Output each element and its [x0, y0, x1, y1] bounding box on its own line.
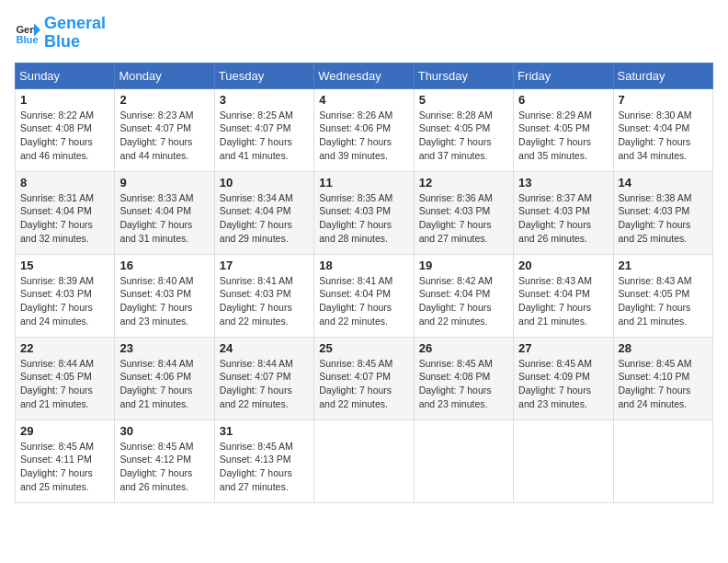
weekday-header-row: SundayMondayTuesdayWednesdayThursdayFrid…	[16, 63, 713, 88]
day-info: Sunrise: 8:22 AMSunset: 4:08 PMDaylight:…	[20, 109, 109, 163]
calendar-week-1: 1 Sunrise: 8:22 AMSunset: 4:08 PMDayligh…	[16, 88, 713, 171]
day-info: Sunrise: 8:39 AMSunset: 4:03 PMDaylight:…	[20, 274, 109, 328]
day-number: 18	[319, 259, 408, 272]
calendar-cell: 10 Sunrise: 8:34 AMSunset: 4:04 PMDaylig…	[214, 171, 313, 254]
calendar-cell: 3 Sunrise: 8:25 AMSunset: 4:07 PMDayligh…	[214, 88, 313, 171]
day-number: 4	[319, 93, 408, 107]
calendar-cell: 20 Sunrise: 8:43 AMSunset: 4:04 PMDaylig…	[514, 254, 613, 337]
day-info: Sunrise: 8:25 AMSunset: 4:07 PMDaylight:…	[220, 109, 309, 163]
day-number: 6	[518, 93, 608, 107]
day-number: 14	[619, 176, 708, 190]
day-info: Sunrise: 8:45 AMSunset: 4:07 PMDaylight:…	[319, 357, 408, 411]
day-number: 17	[220, 259, 309, 272]
day-number: 16	[119, 259, 209, 272]
calendar-cell: 7 Sunrise: 8:30 AMSunset: 4:04 PMDayligh…	[613, 88, 712, 171]
day-info: Sunrise: 8:33 AMSunset: 4:04 PMDaylight:…	[119, 191, 209, 246]
day-number: 24	[220, 341, 309, 355]
day-number: 31	[220, 424, 309, 438]
calendar-cell: 26 Sunrise: 8:45 AMSunset: 4:08 PMDaylig…	[414, 337, 513, 419]
day-info: Sunrise: 8:42 AMSunset: 4:04 PMDaylight:…	[419, 274, 508, 328]
day-info: Sunrise: 8:34 AMSunset: 4:04 PMDaylight:…	[220, 191, 309, 246]
day-number: 11	[319, 176, 408, 190]
day-info: Sunrise: 8:45 AMSunset: 4:13 PMDaylight:…	[220, 440, 309, 494]
logo-icon: Gen Blue	[15, 20, 40, 46]
day-info: Sunrise: 8:45 AMSunset: 4:08 PMDaylight:…	[419, 357, 508, 411]
day-number: 29	[20, 424, 109, 438]
calendar-week-2: 8 Sunrise: 8:31 AMSunset: 4:04 PMDayligh…	[16, 171, 713, 254]
weekday-header-sunday: Sunday	[16, 63, 115, 88]
calendar-week-4: 22 Sunrise: 8:44 AMSunset: 4:05 PMDaylig…	[16, 337, 713, 419]
calendar-cell: 24 Sunrise: 8:44 AMSunset: 4:07 PMDaylig…	[214, 337, 313, 419]
calendar-cell: 30 Sunrise: 8:45 AMSunset: 4:12 PMDaylig…	[115, 419, 214, 502]
day-info: Sunrise: 8:29 AMSunset: 4:05 PMDaylight:…	[518, 109, 608, 163]
day-info: Sunrise: 8:30 AMSunset: 4:04 PMDaylight:…	[619, 109, 708, 163]
calendar-cell: 23 Sunrise: 8:44 AMSunset: 4:06 PMDaylig…	[115, 337, 214, 419]
calendar-cell: 21 Sunrise: 8:43 AMSunset: 4:05 PMDaylig…	[613, 254, 712, 337]
day-number: 28	[619, 341, 708, 355]
day-number: 8	[20, 176, 109, 190]
calendar-week-5: 29 Sunrise: 8:45 AMSunset: 4:11 PMDaylig…	[16, 419, 713, 502]
calendar-cell	[514, 419, 613, 502]
day-number: 15	[20, 259, 109, 272]
day-info: Sunrise: 8:31 AMSunset: 4:04 PMDaylight:…	[20, 191, 109, 246]
calendar-cell: 19 Sunrise: 8:42 AMSunset: 4:04 PMDaylig…	[414, 254, 513, 337]
day-number: 23	[119, 341, 209, 355]
calendar-cell: 31 Sunrise: 8:45 AMSunset: 4:13 PMDaylig…	[214, 419, 313, 502]
day-info: Sunrise: 8:40 AMSunset: 4:03 PMDaylight:…	[119, 274, 209, 328]
calendar-cell: 17 Sunrise: 8:41 AMSunset: 4:03 PMDaylig…	[214, 254, 313, 337]
day-number: 10	[220, 176, 309, 190]
day-number: 30	[119, 424, 209, 438]
day-info: Sunrise: 8:23 AMSunset: 4:07 PMDaylight:…	[119, 109, 209, 163]
calendar-cell: 22 Sunrise: 8:44 AMSunset: 4:05 PMDaylig…	[16, 337, 115, 419]
day-info: Sunrise: 8:45 AMSunset: 4:10 PMDaylight:…	[619, 357, 708, 411]
day-number: 1	[20, 93, 109, 107]
calendar-cell: 9 Sunrise: 8:33 AMSunset: 4:04 PMDayligh…	[115, 171, 214, 254]
day-info: Sunrise: 8:44 AMSunset: 4:05 PMDaylight:…	[20, 357, 109, 411]
day-number: 7	[619, 93, 708, 107]
day-number: 3	[220, 93, 309, 107]
day-number: 12	[419, 176, 508, 190]
logo: Gen Blue General Blue	[15, 15, 106, 52]
day-number: 22	[20, 341, 109, 355]
calendar-cell: 5 Sunrise: 8:28 AMSunset: 4:05 PMDayligh…	[414, 88, 513, 171]
day-info: Sunrise: 8:44 AMSunset: 4:06 PMDaylight:…	[119, 357, 209, 411]
calendar-cell: 16 Sunrise: 8:40 AMSunset: 4:03 PMDaylig…	[115, 254, 214, 337]
day-info: Sunrise: 8:45 AMSunset: 4:09 PMDaylight:…	[518, 357, 608, 411]
calendar-week-3: 15 Sunrise: 8:39 AMSunset: 4:03 PMDaylig…	[16, 254, 713, 337]
day-info: Sunrise: 8:28 AMSunset: 4:05 PMDaylight:…	[419, 109, 508, 163]
calendar-cell: 18 Sunrise: 8:41 AMSunset: 4:04 PMDaylig…	[314, 254, 414, 337]
day-info: Sunrise: 8:43 AMSunset: 4:04 PMDaylight:…	[518, 274, 608, 328]
calendar-cell: 28 Sunrise: 8:45 AMSunset: 4:10 PMDaylig…	[613, 337, 712, 419]
weekday-header-monday: Monday	[115, 63, 214, 88]
day-info: Sunrise: 8:36 AMSunset: 4:03 PMDaylight:…	[419, 191, 508, 246]
weekday-header-saturday: Saturday	[613, 63, 712, 88]
weekday-header-thursday: Thursday	[414, 63, 513, 88]
weekday-header-wednesday: Wednesday	[314, 63, 414, 88]
weekday-header-friday: Friday	[514, 63, 613, 88]
day-number: 20	[518, 259, 608, 272]
calendar-cell: 8 Sunrise: 8:31 AMSunset: 4:04 PMDayligh…	[16, 171, 115, 254]
calendar-cell: 12 Sunrise: 8:36 AMSunset: 4:03 PMDaylig…	[414, 171, 513, 254]
day-number: 25	[319, 341, 408, 355]
day-info: Sunrise: 8:26 AMSunset: 4:06 PMDaylight:…	[319, 109, 408, 163]
day-info: Sunrise: 8:43 AMSunset: 4:05 PMDaylight:…	[619, 274, 708, 328]
calendar-cell: 29 Sunrise: 8:45 AMSunset: 4:11 PMDaylig…	[16, 419, 115, 502]
calendar-cell: 13 Sunrise: 8:37 AMSunset: 4:03 PMDaylig…	[514, 171, 613, 254]
calendar-cell: 14 Sunrise: 8:38 AMSunset: 4:03 PMDaylig…	[613, 171, 712, 254]
page-header: Gen Blue General Blue	[15, 15, 713, 52]
day-number: 5	[419, 93, 508, 107]
day-number: 19	[419, 259, 508, 272]
weekday-header-tuesday: Tuesday	[214, 63, 313, 88]
calendar-cell: 27 Sunrise: 8:45 AMSunset: 4:09 PMDaylig…	[514, 337, 613, 419]
calendar-cell: 15 Sunrise: 8:39 AMSunset: 4:03 PMDaylig…	[16, 254, 115, 337]
calendar-cell: 1 Sunrise: 8:22 AMSunset: 4:08 PMDayligh…	[16, 88, 115, 171]
day-info: Sunrise: 8:37 AMSunset: 4:03 PMDaylight:…	[518, 191, 608, 246]
day-info: Sunrise: 8:45 AMSunset: 4:11 PMDaylight:…	[20, 440, 109, 494]
day-number: 13	[518, 176, 608, 190]
calendar-cell	[414, 419, 513, 502]
calendar-cell: 11 Sunrise: 8:35 AMSunset: 4:03 PMDaylig…	[314, 171, 414, 254]
calendar-cell: 2 Sunrise: 8:23 AMSunset: 4:07 PMDayligh…	[115, 88, 214, 171]
day-info: Sunrise: 8:38 AMSunset: 4:03 PMDaylight:…	[619, 191, 708, 246]
calendar-cell: 25 Sunrise: 8:45 AMSunset: 4:07 PMDaylig…	[314, 337, 414, 419]
calendar-table: SundayMondayTuesdayWednesdayThursdayFrid…	[15, 63, 713, 503]
